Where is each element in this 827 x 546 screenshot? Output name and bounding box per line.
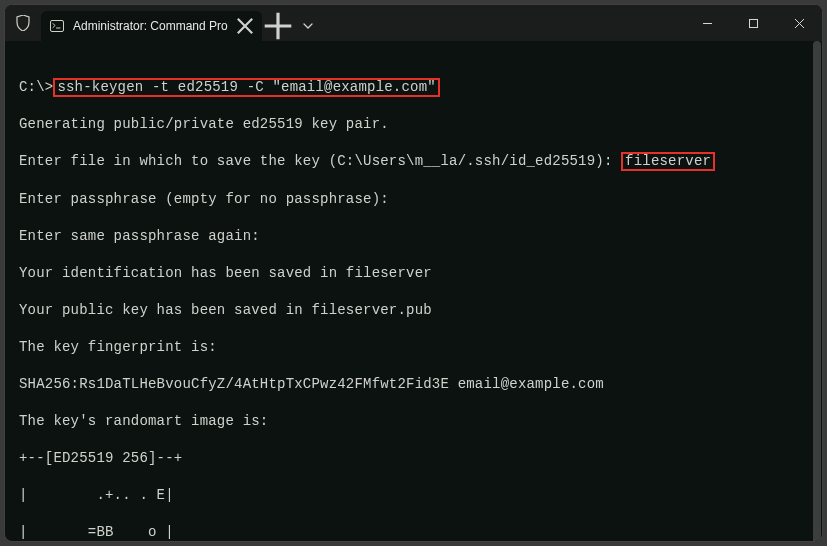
tab-title: Administrator: Command Pro [73, 19, 228, 33]
terminal-icon [49, 18, 65, 34]
output-line: SHA256:Rs1DaTLHeBvouCfyZ/4AtHtpTxCPwz42F… [19, 375, 812, 394]
minimize-icon [702, 18, 713, 29]
maximize-button[interactable] [730, 5, 776, 41]
chevron-down-icon [303, 23, 313, 29]
shield-icon [5, 5, 41, 41]
tab-dropdown-button[interactable] [294, 11, 322, 41]
highlighted-input: fileserver [621, 152, 715, 171]
window-controls [684, 5, 822, 41]
randomart-line: | =BB o | [19, 523, 812, 542]
scrollbar-thumb[interactable] [813, 41, 821, 541]
terminal-output[interactable]: C:\>ssh-keygen -t ed25519 -C "email@exam… [5, 41, 822, 541]
svg-rect-1 [749, 19, 757, 27]
output-line: Enter passphrase (empty for no passphras… [19, 190, 812, 209]
output-line: The key's randomart image is: [19, 412, 812, 431]
close-icon [794, 18, 805, 29]
output-line: Enter same passphrase again: [19, 227, 812, 246]
close-icon [236, 17, 254, 35]
prompt-line: C:\>ssh-keygen -t ed25519 -C "email@exam… [19, 78, 812, 97]
titlebar-left: Administrator: Command Pro [5, 5, 322, 41]
randomart-line: | .+.. . E| [19, 486, 812, 505]
plus-icon [262, 10, 294, 42]
output-line: Your public key has been saved in filese… [19, 301, 812, 320]
prompt: C:\> [19, 79, 53, 95]
terminal-window: Administrator: Command Pro [4, 4, 823, 542]
output-line: Your identification has been saved in fi… [19, 264, 812, 283]
svg-rect-0 [51, 21, 64, 32]
randomart-line: +--[ED25519 256]--+ [19, 449, 812, 468]
tab-close-button[interactable] [236, 17, 254, 35]
new-tab-button[interactable] [262, 11, 294, 41]
maximize-icon [748, 18, 759, 29]
output-line: Enter file in which to save the key (C:\… [19, 152, 812, 171]
output-line: Generating public/private ed25519 key pa… [19, 115, 812, 134]
highlighted-command: ssh-keygen -t ed25519 -C "email@example.… [53, 78, 439, 97]
minimize-button[interactable] [684, 5, 730, 41]
titlebar[interactable]: Administrator: Command Pro [5, 5, 822, 41]
scrollbar[interactable] [812, 41, 822, 541]
output-line: The key fingerprint is: [19, 338, 812, 357]
prompt-text: Enter file in which to save the key (C:\… [19, 153, 621, 169]
window-close-button[interactable] [776, 5, 822, 41]
tab-active[interactable]: Administrator: Command Pro [41, 11, 262, 41]
